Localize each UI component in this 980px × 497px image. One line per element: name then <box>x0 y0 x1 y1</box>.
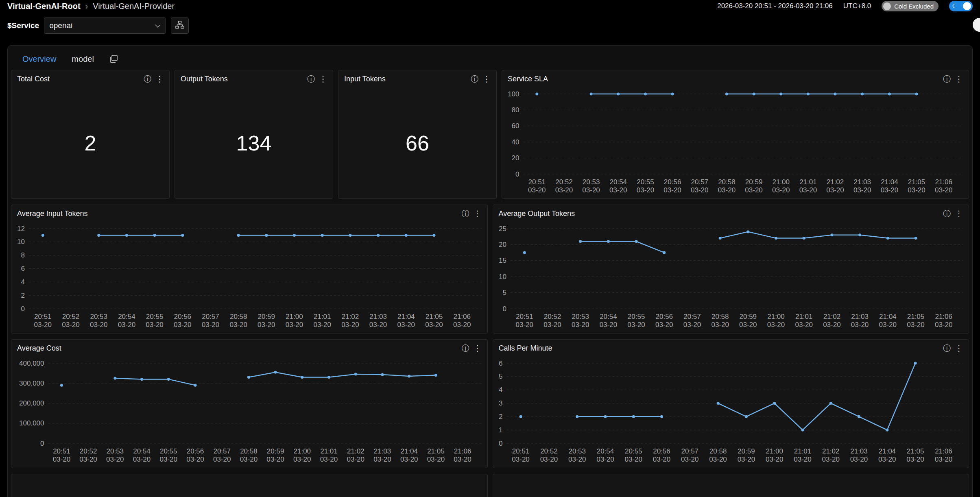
svg-text:0: 0 <box>499 440 502 447</box>
topology-view-button[interactable] <box>171 17 189 34</box>
kebab-menu-icon[interactable]: ⋮ <box>155 75 164 83</box>
output-tokens-value: 134 <box>175 87 333 198</box>
svg-text:03-20: 03-20 <box>79 456 97 463</box>
svg-text:6: 6 <box>499 360 502 367</box>
svg-text:21:02: 21:02 <box>823 313 840 320</box>
breadcrumb-root-link[interactable]: Virtual-GenAI-Root <box>7 2 81 11</box>
svg-text:20:58: 20:58 <box>709 447 727 455</box>
breadcrumb: Virtual-GenAI-Root › Virtual-GenAI-Provi… <box>7 2 175 11</box>
svg-text:03-20: 03-20 <box>320 456 338 463</box>
svg-text:20:59: 20:59 <box>739 313 757 320</box>
svg-text:20:54: 20:54 <box>133 447 151 455</box>
svg-text:03-20: 03-20 <box>90 321 107 329</box>
kebab-menu-icon[interactable]: ⋮ <box>955 344 963 352</box>
info-icon[interactable]: ⓘ <box>943 75 951 83</box>
moon-icon: ☾ <box>951 2 959 10</box>
cold-excluded-toggle[interactable]: Cold Excluded <box>882 1 939 11</box>
service-select[interactable]: openai <box>44 17 166 34</box>
svg-text:03-20: 03-20 <box>718 186 736 194</box>
svg-text:15: 15 <box>499 257 506 264</box>
copy-tabs-button[interactable] <box>109 54 118 63</box>
svg-text:03-20: 03-20 <box>853 186 871 194</box>
svg-text:6: 6 <box>21 265 25 272</box>
card-average-output-tokens: Average Output Tokens ⓘ ⋮ 051015202520:5… <box>493 205 969 334</box>
svg-text:4: 4 <box>21 278 25 286</box>
svg-text:21:03: 21:03 <box>853 178 871 186</box>
svg-text:20:51: 20:51 <box>512 447 529 455</box>
svg-text:03-20: 03-20 <box>515 321 533 329</box>
theme-toggle[interactable]: ☾ <box>949 1 973 11</box>
card-row-1: Total Cost ⓘ ⋮ 2 Output Tokens ⓘ ⋮ 134 <box>11 70 969 199</box>
tab-model[interactable]: model <box>72 54 94 64</box>
svg-text:03-20: 03-20 <box>540 456 557 463</box>
svg-text:20:57: 20:57 <box>691 178 709 186</box>
svg-text:03-20: 03-20 <box>293 456 311 463</box>
svg-text:21:04: 21:04 <box>400 447 418 455</box>
svg-text:20: 20 <box>499 241 506 248</box>
dashboard-panel: Overview model Total Cost ⓘ ⋮ 2 <box>7 45 973 497</box>
kebab-menu-icon[interactable]: ⋮ <box>482 75 491 83</box>
svg-text:100,000: 100,000 <box>19 419 44 427</box>
svg-text:21:03: 21:03 <box>850 447 868 455</box>
service-sla-chart: 02040608010020:5103-2020:5203-2020:5303-… <box>502 87 969 198</box>
svg-text:03-20: 03-20 <box>555 186 573 194</box>
chevron-down-icon <box>155 21 161 30</box>
svg-text:03-20: 03-20 <box>106 456 124 463</box>
svg-text:03-20: 03-20 <box>609 186 627 194</box>
svg-text:21:01: 21:01 <box>794 447 811 455</box>
svg-text:21:00: 21:00 <box>294 447 311 455</box>
tab-overview[interactable]: Overview <box>22 54 56 64</box>
svg-text:21:06: 21:06 <box>454 447 471 455</box>
svg-text:21:06: 21:06 <box>935 313 952 320</box>
kebab-menu-icon[interactable]: ⋮ <box>319 75 327 83</box>
svg-text:21:06: 21:06 <box>935 447 952 455</box>
svg-text:21:01: 21:01 <box>795 313 812 320</box>
card-row-4 <box>11 474 969 497</box>
info-icon[interactable]: ⓘ <box>144 75 151 83</box>
svg-text:03-20: 03-20 <box>347 456 364 463</box>
svg-text:20:56: 20:56 <box>655 313 673 320</box>
info-icon[interactable]: ⓘ <box>943 210 951 218</box>
card-title: Service SLA <box>508 75 548 83</box>
svg-text:12: 12 <box>17 225 25 233</box>
svg-text:21:01: 21:01 <box>314 313 331 320</box>
kebab-menu-icon[interactable]: ⋮ <box>955 75 963 83</box>
svg-text:03-20: 03-20 <box>823 321 840 329</box>
svg-text:03-20: 03-20 <box>637 186 654 194</box>
info-icon[interactable]: ⓘ <box>462 344 469 352</box>
svg-text:20:53: 20:53 <box>572 313 589 320</box>
svg-text:03-20: 03-20 <box>373 456 391 463</box>
svg-text:03-20: 03-20 <box>745 186 762 194</box>
info-icon[interactable]: ⓘ <box>462 210 469 218</box>
svg-text:20:51: 20:51 <box>53 447 70 455</box>
svg-text:03-20: 03-20 <box>709 456 727 463</box>
timezone-selector[interactable]: UTC+8.0 <box>843 2 871 10</box>
svg-text:03-20: 03-20 <box>934 456 952 463</box>
info-icon[interactable]: ⓘ <box>943 344 951 352</box>
svg-text:40: 40 <box>512 138 519 146</box>
kebab-menu-icon[interactable]: ⋮ <box>955 209 963 218</box>
card-title: Average Output Tokens <box>499 209 575 218</box>
svg-text:03-20: 03-20 <box>133 456 151 463</box>
breadcrumb-current-link[interactable]: Virtual-GenAI-Provider <box>93 2 175 11</box>
svg-text:03-20: 03-20 <box>772 186 790 194</box>
svg-text:20:59: 20:59 <box>738 447 755 455</box>
kebab-menu-icon[interactable]: ⋮ <box>474 209 482 218</box>
svg-text:21:00: 21:00 <box>286 313 303 320</box>
info-icon[interactable]: ⓘ <box>307 75 315 83</box>
kebab-menu-icon[interactable]: ⋮ <box>474 344 482 352</box>
svg-text:03-20: 03-20 <box>908 186 925 194</box>
time-range-picker[interactable]: 2026-03-20 20:51 - 2026-03-20 21:06 <box>717 2 833 10</box>
svg-text:20:53: 20:53 <box>107 447 124 455</box>
svg-text:20:54: 20:54 <box>600 313 617 320</box>
floating-action-button[interactable] <box>973 18 980 32</box>
svg-text:03-20: 03-20 <box>313 321 331 329</box>
svg-text:21:02: 21:02 <box>822 447 839 455</box>
info-icon[interactable]: ⓘ <box>471 75 478 83</box>
card-header: Average Output Tokens ⓘ ⋮ <box>493 205 969 222</box>
svg-text:03-20: 03-20 <box>664 186 681 194</box>
svg-text:21:01: 21:01 <box>799 178 817 186</box>
total-cost-value: 2 <box>11 87 169 198</box>
svg-text:21:05: 21:05 <box>906 447 924 455</box>
svg-text:20:57: 20:57 <box>213 447 231 455</box>
